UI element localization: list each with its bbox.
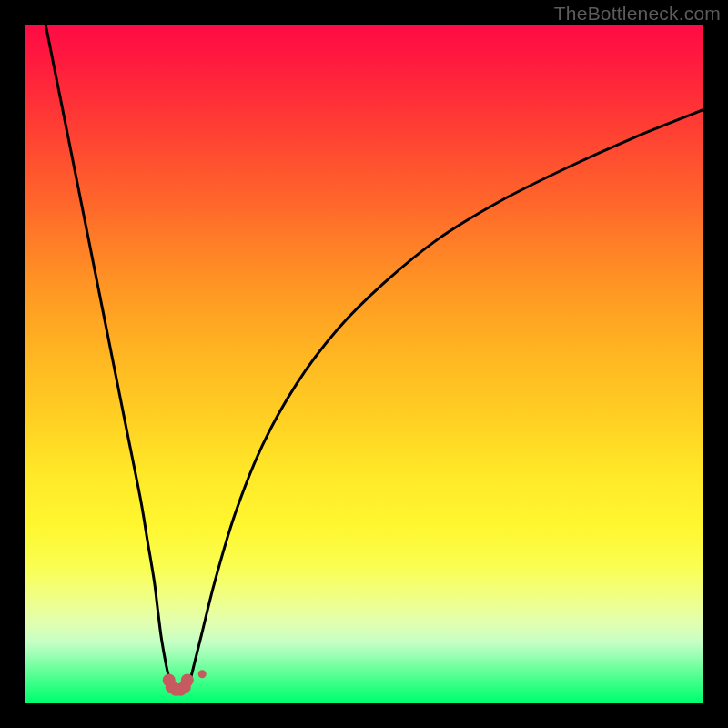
watermark-text: TheBottleneck.com [554, 3, 721, 25]
series-group [46, 25, 703, 689]
marker-group [163, 670, 207, 696]
chart-frame: TheBottleneck.com [0, 0, 728, 728]
plot-area [25, 25, 703, 703]
series-left-branch [46, 25, 177, 689]
u-marker-right2 [181, 673, 194, 686]
satellite-dot [198, 670, 207, 678]
curve-layer [25, 25, 703, 703]
series-right-branch [186, 110, 703, 689]
